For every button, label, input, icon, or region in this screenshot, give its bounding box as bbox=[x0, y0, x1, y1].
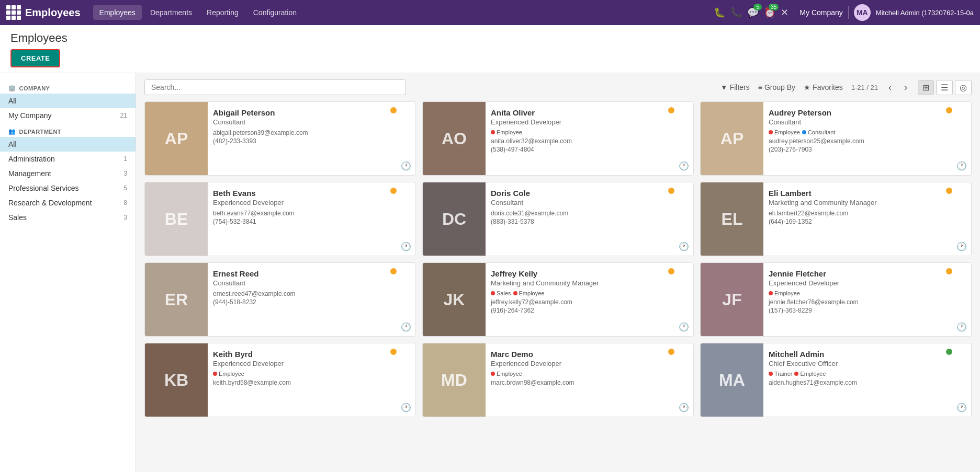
employee-info: Ernest Reed Consultant ernest.reed47@exa… bbox=[208, 263, 415, 336]
company-section-label: 🏢 COMPANY bbox=[0, 79, 136, 94]
app-logo[interactable]: Employees bbox=[6, 5, 81, 20]
employee-info: Abigail Peterson Consultant abigail.pete… bbox=[208, 102, 415, 175]
prev-page-button[interactable]: ‹ bbox=[886, 81, 894, 94]
employee-card[interactable]: MD Marc Demo Experienced Developer Emplo… bbox=[422, 343, 694, 417]
employee-tag: Consultant bbox=[802, 129, 836, 135]
sidebar-dept-professional-services[interactable]: Professional Services 5 bbox=[0, 181, 136, 195]
sidebar-dept-management[interactable]: Management 3 bbox=[0, 166, 136, 181]
employee-photo: MA bbox=[701, 343, 763, 417]
filter-controls: ▼ Filters ≡ Group By ★ Favorites 1-21 / … bbox=[720, 80, 972, 95]
employee-tags: Sales Employee bbox=[491, 290, 688, 296]
clock-nav-icon[interactable]: ⏰ 35 bbox=[764, 7, 775, 18]
nav-reporting[interactable]: Reporting bbox=[200, 5, 245, 20]
employee-name: Jennie Fletcher bbox=[769, 269, 966, 278]
employee-name: Mitchell Admin bbox=[769, 350, 966, 359]
sidebar-dept-administration[interactable]: Administration 1 bbox=[0, 152, 136, 166]
employee-phone: (482)-233-3393 bbox=[213, 137, 410, 145]
nav-configuration[interactable]: Configuration bbox=[247, 5, 303, 20]
sidebar: 🏢 COMPANY All My Company 21 👥 DEPARTMENT… bbox=[0, 73, 136, 472]
employee-name: Abigail Peterson bbox=[213, 108, 410, 117]
department-section-label: 👥 DEPARTMENT bbox=[0, 123, 136, 137]
settings-icon[interactable]: ✕ bbox=[781, 7, 788, 18]
employee-tag: Employee bbox=[769, 129, 800, 135]
employee-email: jennie.fletcher76@example.com bbox=[769, 298, 966, 306]
phone-icon[interactable]: 📞 bbox=[730, 7, 742, 18]
create-button[interactable]: CREATE bbox=[10, 49, 60, 67]
employee-photo: BE bbox=[145, 182, 208, 256]
employee-job-title: Chief Executive Officer bbox=[769, 360, 966, 367]
employee-info: Marc Demo Experienced Developer Employee… bbox=[486, 343, 693, 417]
employee-card[interactable]: EL Eli Lambert Marketing and Community M… bbox=[700, 182, 972, 256]
next-page-button[interactable]: › bbox=[902, 81, 909, 94]
list-view-button[interactable]: ☰ bbox=[936, 80, 953, 95]
employee-card[interactable]: KB Keith Byrd Experienced Developer Empl… bbox=[144, 343, 416, 417]
employee-info: Jeffrey Kelly Marketing and Community Ma… bbox=[486, 263, 693, 336]
employee-tag: Employee bbox=[213, 371, 244, 377]
employee-initials: AO bbox=[442, 129, 467, 148]
employee-photo: ER bbox=[145, 263, 208, 336]
employee-name: Marc Demo bbox=[491, 350, 688, 359]
employee-card[interactable]: AO Anita Oliver Experienced Developer Em… bbox=[422, 101, 694, 176]
favorites-button[interactable]: ★ Favorites bbox=[804, 83, 843, 91]
filters-button[interactable]: ▼ Filters bbox=[720, 83, 750, 91]
employee-phone: (754)-532-3841 bbox=[213, 218, 410, 225]
status-indicator bbox=[946, 268, 952, 274]
employee-phone: (916)-264-7362 bbox=[491, 307, 688, 314]
employee-name: Jeffrey Kelly bbox=[491, 269, 688, 278]
employee-email: jeffrey.kelly72@example.com bbox=[491, 298, 688, 306]
employee-email: keith.byrd58@example.com bbox=[213, 379, 410, 386]
map-view-button[interactable]: ◎ bbox=[955, 80, 972, 95]
employee-card[interactable]: JF Jennie Fletcher Experienced Developer… bbox=[700, 262, 972, 337]
employee-card[interactable]: JK Jeffrey Kelly Marketing and Community… bbox=[422, 262, 694, 337]
employee-phone: (157)-363-8229 bbox=[769, 307, 966, 314]
employee-photo: KB bbox=[145, 343, 208, 417]
group-by-button[interactable]: ≡ Group By bbox=[758, 83, 795, 91]
bug-icon[interactable]: 🐛 bbox=[714, 7, 725, 18]
sidebar-dept-research[interactable]: Research & Development 8 bbox=[0, 195, 136, 210]
employee-tags: Employee bbox=[213, 371, 410, 377]
employee-name: Audrey Peterson bbox=[769, 108, 966, 117]
topnav: Employees Employees Departments Reportin… bbox=[0, 0, 980, 25]
employee-card[interactable]: MA Mitchell Admin Chief Executive Office… bbox=[700, 343, 972, 417]
company-selector[interactable]: My Company bbox=[799, 8, 842, 17]
employee-initials: DC bbox=[442, 210, 466, 229]
search-input[interactable] bbox=[144, 79, 406, 95]
sidebar-dept-sales[interactable]: Sales 3 bbox=[0, 210, 136, 225]
status-indicator bbox=[390, 107, 397, 113]
employee-info: Keith Byrd Experienced Developer Employe… bbox=[208, 343, 415, 417]
employee-card[interactable]: DC Doris Cole Consultant doris.cole31@ex… bbox=[422, 182, 694, 256]
user-avatar[interactable]: MA bbox=[854, 4, 871, 21]
employee-job-title: Consultant bbox=[491, 199, 688, 206]
employee-email: eli.lambert22@example.com bbox=[769, 210, 966, 217]
tag-dot bbox=[769, 372, 773, 376]
sidebar-dept-all[interactable]: All bbox=[0, 137, 136, 152]
app-title: Employees bbox=[25, 7, 81, 19]
page-header: Employees CREATE bbox=[0, 25, 980, 73]
activity-icon: 🕐 bbox=[401, 322, 411, 332]
filter-icon: ▼ bbox=[720, 83, 728, 91]
clock-badge: 35 bbox=[769, 4, 779, 10]
employee-job-title: Consultant bbox=[213, 118, 410, 126]
department-icon: 👥 bbox=[8, 128, 16, 135]
grid-view-button[interactable]: ⊞ bbox=[918, 80, 934, 95]
messages-icon[interactable]: 💬 5 bbox=[747, 7, 759, 18]
employee-card[interactable]: BE Beth Evans Experienced Developer beth… bbox=[144, 182, 416, 256]
employee-card[interactable]: AP Audrey Peterson Consultant Employee C… bbox=[700, 101, 972, 176]
employee-tags: Employee Consultant bbox=[769, 129, 966, 135]
sidebar-company-all[interactable]: All bbox=[0, 94, 136, 108]
tag-dot bbox=[491, 130, 495, 134]
nav-employees[interactable]: Employees bbox=[93, 5, 142, 20]
employee-name: Doris Cole bbox=[491, 189, 688, 198]
employee-card[interactable]: AP Abigail Peterson Consultant abigail.p… bbox=[144, 101, 416, 176]
activity-icon: 🕐 bbox=[679, 161, 689, 171]
employee-name: Beth Evans bbox=[213, 189, 410, 198]
list-icon: ≡ bbox=[758, 83, 762, 91]
nav-departments[interactable]: Departments bbox=[144, 5, 198, 20]
employee-card[interactable]: ER Ernest Reed Consultant ernest.reed47@… bbox=[144, 262, 416, 337]
employee-phone: (644)-169-1352 bbox=[769, 218, 966, 225]
activity-icon: 🕐 bbox=[956, 161, 967, 171]
sidebar-my-company[interactable]: My Company 21 bbox=[0, 108, 136, 123]
employee-email: ernest.reed47@example.com bbox=[213, 290, 410, 297]
employee-photo: JF bbox=[701, 263, 763, 336]
employee-initials: KB bbox=[164, 371, 188, 390]
